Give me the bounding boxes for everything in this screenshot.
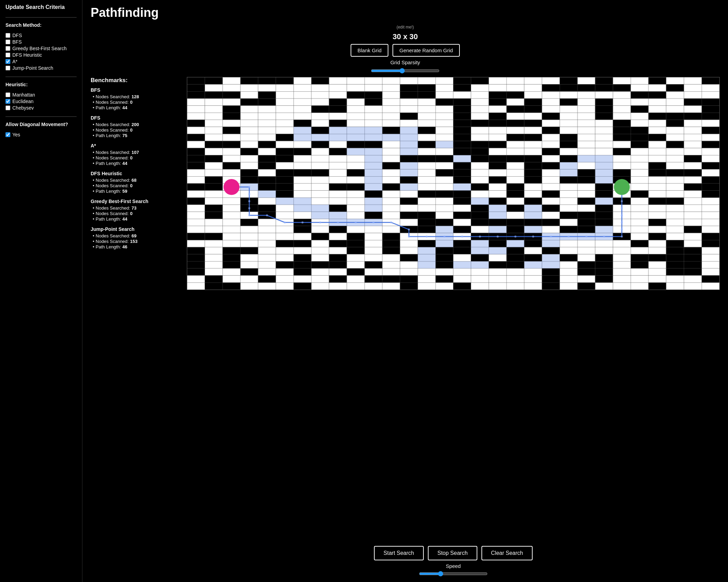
method-checkbox-dfs[interactable] bbox=[5, 33, 10, 38]
sparsity-slider[interactable] bbox=[371, 68, 440, 74]
method-checkbox-dfs_heuristic[interactable] bbox=[5, 53, 10, 57]
benchmark-stat: Path Length: 59 bbox=[93, 189, 180, 194]
heuristic-checkbox-manhattan[interactable] bbox=[5, 92, 10, 97]
method-label-dfs_heuristic: DFS Heuristic bbox=[12, 52, 42, 58]
method-label-dfs: DFS bbox=[12, 33, 22, 38]
benchmark-stat: Nodes Scanned: 0 bbox=[93, 100, 180, 105]
diagonal-label: Allow Diagonal Movement? bbox=[5, 122, 77, 127]
page-title: Pathfinding bbox=[91, 5, 720, 20]
blank-grid-button[interactable]: Blank Grid bbox=[351, 44, 388, 57]
benchmark-stat: Nodes Searched: 69 bbox=[93, 233, 180, 238]
sidebar-title: Update Search Criteria bbox=[5, 4, 77, 10]
benchmark-stat: Nodes Searched: 200 bbox=[93, 122, 180, 127]
speed-section: Speed bbox=[187, 563, 720, 577]
benchmarks-title: Benchmarks: bbox=[91, 77, 180, 84]
method-label-astar: A* bbox=[12, 59, 18, 64]
method-item-bfs[interactable]: BFS bbox=[5, 39, 77, 45]
main-content: Pathfinding (edit me!) 30 x 30 Blank Gri… bbox=[82, 0, 728, 582]
sidebar: Update Search Criteria Search Method: DF… bbox=[0, 0, 82, 582]
diagonal-item-yes[interactable]: Yes bbox=[5, 132, 77, 137]
benchmark-name: DFS bbox=[91, 115, 180, 121]
benchmark-stat: Nodes Scanned: 153 bbox=[93, 239, 180, 244]
method-item-dfs[interactable]: DFS bbox=[5, 33, 77, 38]
heuristic-label: Heuristic: bbox=[5, 82, 77, 87]
benchmark-stat: Path Length: 44 bbox=[93, 161, 180, 166]
heuristic-item-manhattan[interactable]: Manhattan bbox=[5, 92, 77, 98]
search-buttons: Start Search Stop Search Clear Search bbox=[187, 546, 720, 560]
grid-size-edit-hint: (edit me!) bbox=[397, 25, 414, 30]
method-label-jump_point: Jump-Point Search bbox=[12, 65, 53, 71]
benchmark-stat: Path Length: 44 bbox=[93, 105, 180, 110]
sparsity-label: Grid Sparsity bbox=[390, 59, 420, 65]
clear-search-button[interactable]: Clear Search bbox=[481, 546, 533, 560]
method-checkbox-astar[interactable] bbox=[5, 59, 10, 64]
benchmark-stat: Path Length: 46 bbox=[93, 244, 180, 249]
grid-controls: (edit me!) 30 x 30 Blank Grid Generate R… bbox=[91, 25, 720, 74]
speed-slider[interactable] bbox=[419, 571, 488, 577]
heuristic-item-chebyshev[interactable]: Chebysev bbox=[5, 105, 77, 111]
method-checkbox-bfs[interactable] bbox=[5, 40, 10, 44]
method-list: DFSBFSGreedy Best-First SearchDFS Heuris… bbox=[5, 33, 77, 72]
method-item-dfs_heuristic[interactable]: DFS Heuristic bbox=[5, 52, 77, 58]
method-item-astar[interactable]: A* bbox=[5, 59, 77, 64]
benchmark-section-greedy-best-first-search: Greedy Best-First SearchNodes Searched: … bbox=[91, 199, 180, 222]
diagonal-label-yes: Yes bbox=[12, 132, 20, 137]
method-item-greedy[interactable]: Greedy Best-First Search bbox=[5, 46, 77, 51]
benchmark-stat: Path Length: 75 bbox=[93, 133, 180, 138]
benchmark-stat: Nodes Searched: 107 bbox=[93, 150, 180, 155]
search-method-label: Search Method: bbox=[5, 22, 77, 28]
benchmark-stat: Nodes Searched: 128 bbox=[93, 94, 180, 99]
diagonal-checkbox-yes[interactable] bbox=[5, 132, 10, 137]
benchmark-stat: Nodes Scanned: 0 bbox=[93, 183, 180, 188]
heuristic-item-euclidean[interactable]: Euclidean bbox=[5, 99, 77, 104]
grid-area: start = end = Start Search Stop Search C… bbox=[187, 77, 720, 577]
benchmark-section-jump-point-search: Jump-Point SearchNodes Searched: 69Nodes… bbox=[91, 226, 180, 249]
benchmark-name: A* bbox=[91, 143, 180, 148]
method-checkbox-jump_point[interactable] bbox=[5, 66, 10, 70]
benchmark-stat: Nodes Scanned: 0 bbox=[93, 127, 180, 133]
benchmark-stat: Path Length: 44 bbox=[93, 216, 180, 222]
benchmark-name: BFS bbox=[91, 87, 180, 93]
benchmarks-panel: Benchmarks: BFSNodes Searched: 128Nodes … bbox=[91, 77, 180, 577]
method-label-bfs: BFS bbox=[12, 39, 22, 45]
benchmark-name: Jump-Point Search bbox=[91, 226, 180, 232]
benchmark-stat: Nodes Searched: 73 bbox=[93, 205, 180, 211]
benchmark-name: DFS Heuristic bbox=[91, 171, 180, 176]
grid-size-display: 30 x 30 bbox=[393, 32, 418, 41]
heuristic-list: ManhattanEuclideanChebysev bbox=[5, 92, 77, 112]
generate-random-grid-button[interactable]: Generate Random Grid bbox=[393, 44, 460, 57]
benchmark-section-a*: A*Nodes Searched: 107Nodes Scanned: 0Pat… bbox=[91, 143, 180, 166]
diagonal-list: Yes bbox=[5, 132, 77, 138]
heuristic-label-manhattan: Manhattan bbox=[12, 92, 35, 98]
pathfinding-grid[interactable] bbox=[187, 77, 720, 543]
stop-search-button[interactable]: Stop Search bbox=[428, 546, 477, 560]
benchmark-stat: Nodes Scanned: 0 bbox=[93, 211, 180, 216]
benchmark-name: Greedy Best-First Search bbox=[91, 199, 180, 204]
start-search-button[interactable]: Start Search bbox=[374, 546, 424, 560]
method-item-jump_point[interactable]: Jump-Point Search bbox=[5, 65, 77, 71]
heuristic-label-euclidean: Euclidean bbox=[12, 99, 34, 104]
benchmark-stat: Nodes Scanned: 0 bbox=[93, 155, 180, 160]
benchmark-section-bfs: BFSNodes Searched: 128Nodes Scanned: 0Pa… bbox=[91, 87, 180, 110]
content-area: Benchmarks: BFSNodes Searched: 128Nodes … bbox=[91, 77, 720, 577]
benchmark-section-dfs: DFSNodes Searched: 200Nodes Scanned: 0Pa… bbox=[91, 115, 180, 138]
heuristic-checkbox-chebyshev[interactable] bbox=[5, 105, 10, 110]
speed-label: Speed bbox=[446, 563, 460, 569]
method-label-greedy: Greedy Best-First Search bbox=[12, 46, 67, 51]
heuristic-checkbox-euclidean[interactable] bbox=[5, 99, 10, 104]
method-checkbox-greedy[interactable] bbox=[5, 46, 10, 51]
heuristic-label-chebyshev: Chebysev bbox=[12, 105, 34, 111]
grid-canvas[interactable] bbox=[187, 77, 720, 290]
benchmark-list: BFSNodes Searched: 128Nodes Scanned: 0Pa… bbox=[91, 87, 180, 249]
benchmark-stat: Nodes Searched: 68 bbox=[93, 178, 180, 183]
benchmark-section-dfs-heuristic: DFS HeuristicNodes Searched: 68Nodes Sca… bbox=[91, 171, 180, 194]
grid-buttons: Blank Grid Generate Random Grid bbox=[351, 44, 460, 57]
